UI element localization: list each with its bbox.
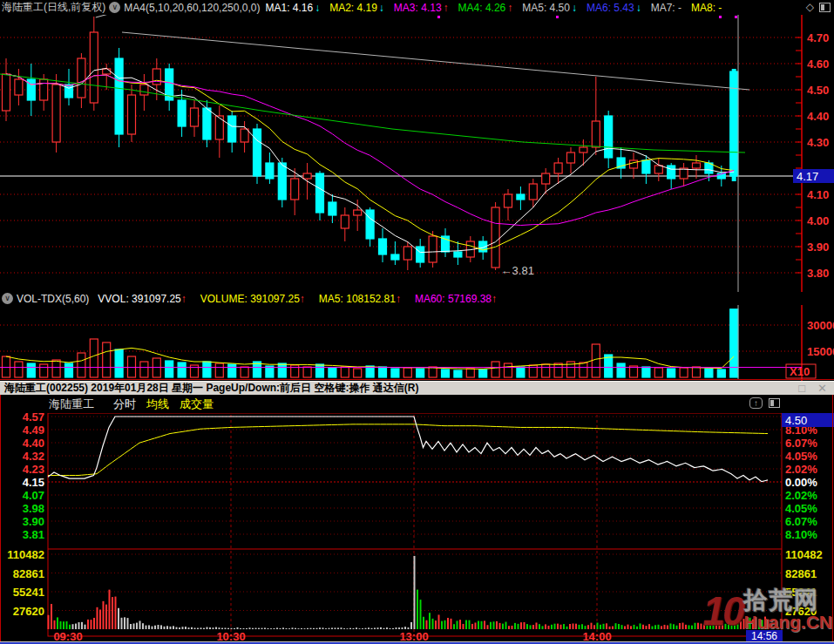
candle-body [241,129,248,142]
intraday-volume-bar [615,623,617,629]
intraday-volume-bar [221,628,223,629]
intraday-volume-bar [185,627,186,629]
intraday-volume-bar [105,605,107,629]
tab-成交量[interactable]: 成交量 [180,397,214,412]
intraday-volume-bar [417,590,418,629]
intraday-volume-bar [329,628,330,629]
intraday-volume-bar [404,627,406,629]
volume-bar [78,353,85,377]
intraday-volume-bar [118,608,119,629]
intraday-volume-bar [359,628,361,629]
event-marker-dot [437,16,440,18]
ma-line-green [0,74,745,153]
volume-bar [705,369,713,377]
intraday-volume-bar [191,627,193,629]
intraday-volume-bar [319,627,321,629]
intraday-volume-bar [188,627,190,629]
volume-field: VOLUME: 391097.25↑ [200,293,305,305]
intraday-volume-bar [438,614,440,629]
close-icon[interactable]: ✕ [817,382,827,396]
intraday-volume-bar [423,617,424,629]
watermark-name: 拾荒网 [744,589,820,613]
intraday-volume-bar [648,624,650,629]
intraday-volume-bar [288,628,290,629]
ma-value: MA6: 5.43↓ [587,2,641,14]
diamond-icon[interactable]: ◇ [806,1,814,13]
candle-body [90,32,98,103]
intraday-volume-bar [268,628,269,629]
intraday-volume-bar [420,600,422,629]
intraday-volume-bar [380,627,382,629]
intraday-volume-bar [408,627,410,629]
intraday-volume-bar [286,628,288,629]
left-volume-label: 110482 [7,548,44,561]
watermark: 10 拾荒网 Huang.CN [702,589,832,633]
chevron-down-icon[interactable]: ∨ [109,2,120,13]
tab-均线[interactable]: 均线 [146,397,169,412]
intraday-volume-bar [670,623,672,629]
intraday-volume-bar [658,625,660,629]
candle-body [128,95,136,134]
intraday-volume-bar [459,620,461,629]
intraday-volume-bar [72,624,74,629]
intraday-volume-bar [646,626,648,629]
candle-body [554,163,562,173]
intraday-volume-bar [347,628,349,629]
intraday-volume-bar [490,622,492,629]
left-price-label: 4.23 [23,463,44,476]
trend-arrow-icon: ↑ [181,293,186,305]
intraday-tabs: 分时均线成交量 [113,397,214,412]
split-panel-icon[interactable] [769,398,780,408]
up-arrow-icon[interactable]: ↑ [749,397,763,409]
candle-body [303,173,311,179]
tab-分时[interactable]: 分时 [113,397,136,412]
intraday-volume-bar [396,627,397,629]
intraday-volume-bar [322,627,324,629]
daily-kline-chart[interactable]: 4.704.604.504.404.304.104.003.903.804.17… [0,15,834,292]
intraday-volume-bar [536,622,538,629]
intraday-volume-bar [618,624,620,629]
intraday-volume-bar [349,628,351,629]
right-percent-label: 4.05% [785,502,817,515]
candle-body [605,116,613,158]
intraday-volume-bar [548,626,550,629]
intraday-volume-bar [227,628,229,629]
left-price-label: 4.40 [23,437,44,450]
chevron-down-icon[interactable]: ∨ [2,293,13,304]
volume-bar [479,369,487,377]
volume-bar [680,368,688,377]
maximize-icon[interactable]: □ [798,382,805,396]
candle-body [316,173,324,213]
status-bar: 海陆重工(002255) 2019年01月28日 星期一 PageUp/Down… [0,381,834,395]
split-panel-icon[interactable] [819,3,831,12]
candle-body [529,184,537,200]
intraday-volume-bar [54,620,56,629]
volume-bar [3,356,10,377]
trend-arrow-icon: ↑ [300,293,305,305]
volume-chart[interactable]: 3000015000X10 [0,305,834,381]
intraday-volume-bar [276,627,278,629]
intraday-volume-bar [642,625,644,629]
intraday-volume-bar [362,628,363,629]
event-marker-dot [556,16,559,18]
candle-body [15,79,23,95]
intraday-volume-bar [566,627,568,629]
volume-bar [642,367,650,377]
intraday-volume-bar [152,627,153,629]
volume-bar [492,362,499,377]
pane-right-border [832,395,833,641]
indicator-name: MA4(5,10,20,60,120,250,0,0) [124,2,260,14]
volume-bar [65,363,73,377]
intraday-volume-bar [429,613,431,629]
event-marker-dot [735,16,737,18]
trend-arrow-icon: ↓ [636,2,641,14]
intraday-volume-bar [304,628,306,629]
candle-body [52,85,60,142]
intraday-volume-bar [603,624,605,629]
intraday-volume-bar [81,622,83,629]
trendline [122,32,749,90]
intraday-volume-bar [146,626,147,629]
left-volume-label: 27620 [13,605,44,618]
candle-body [140,85,148,95]
intraday-volume-bar [87,620,89,629]
